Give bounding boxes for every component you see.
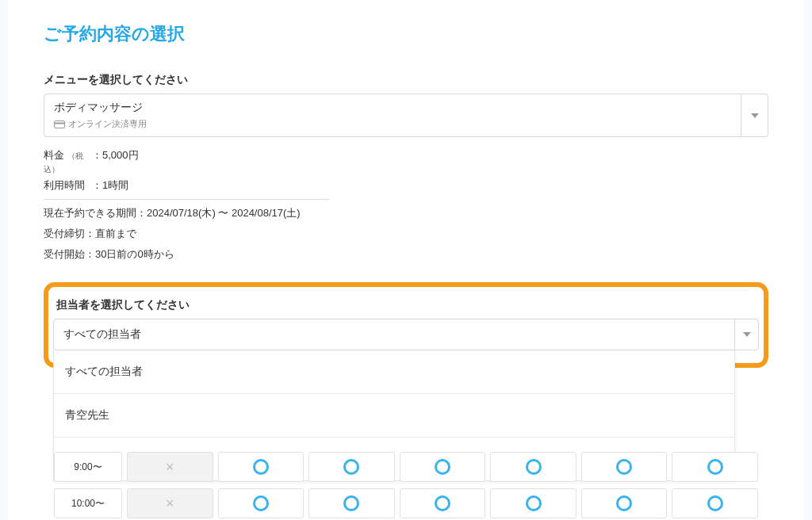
chevron-down-icon — [741, 94, 768, 136]
circle-icon — [343, 495, 359, 511]
duration-row: 利用時間 ： 1時間 — [44, 178, 768, 193]
slot-available[interactable] — [672, 488, 758, 518]
slot-unavailable: × — [127, 488, 213, 518]
slot-available[interactable] — [400, 452, 486, 482]
slot-unavailable: × — [127, 452, 213, 482]
card-icon — [54, 120, 65, 128]
slot-available[interactable] — [400, 488, 486, 518]
svg-rect-0 — [55, 120, 65, 128]
slot-available[interactable] — [581, 488, 668, 518]
time-cell: 10:00〜 — [54, 488, 122, 518]
menu-prompt: メニューを選択してください — [44, 73, 768, 87]
schedule-row: 9:00〜 × — [54, 452, 758, 482]
circle-icon — [707, 459, 723, 475]
slot-available[interactable] — [581, 452, 668, 482]
circle-icon — [526, 495, 542, 511]
menu-selected-title: ボディマッサージ — [54, 101, 736, 115]
circle-icon — [616, 459, 632, 475]
slot-available[interactable] — [308, 452, 395, 482]
meta-start: 受付開始：30日前の0時から — [44, 247, 768, 262]
circle-icon — [253, 459, 269, 475]
slot-available[interactable] — [218, 488, 304, 518]
circle-icon — [526, 459, 542, 475]
circle-icon — [435, 459, 450, 475]
menu-selected-sub-row: オンライン決済専用 — [54, 118, 736, 130]
meta-period: 現在予約できる期間：2024/07/18(木) 〜 2024/08/17(土) — [44, 206, 768, 220]
schedule-row: 10:00〜 × — [54, 488, 758, 518]
duration-value: 1時間 — [102, 178, 128, 193]
slot-available[interactable] — [490, 452, 576, 482]
chevron-down-icon — [734, 319, 758, 350]
page-title: ご予約内容の選択 — [44, 22, 768, 46]
circle-icon — [435, 495, 450, 511]
divider — [44, 199, 329, 200]
staff-select[interactable]: すべての担当者 — [53, 319, 759, 350]
slot-available[interactable] — [490, 488, 576, 518]
staff-prompt: 担当者を選択してください — [56, 298, 759, 312]
schedule-table: 9:00〜 × 10:00〜 × — [54, 452, 758, 520]
circle-icon — [253, 495, 269, 511]
menu-selected-sub: オンライン決済専用 — [68, 118, 147, 130]
price-label: 料金 — [44, 149, 64, 161]
meta-deadline: 受付締切：直前まで — [44, 227, 768, 241]
time-cell: 9:00〜 — [54, 452, 122, 482]
staff-option[interactable]: すべての担当者 — [54, 350, 734, 394]
staff-select-highlight: 担当者を選択してください すべての担当者 すべての担当者 青空先生 三角先生 — [44, 282, 768, 368]
slot-available[interactable] — [672, 452, 758, 482]
staff-option[interactable]: 青空先生 — [54, 394, 734, 438]
price-value: 5,000円 — [102, 148, 139, 175]
circle-icon — [343, 459, 359, 475]
svg-rect-1 — [55, 122, 65, 124]
circle-icon — [616, 495, 632, 511]
slot-available[interactable] — [308, 488, 395, 518]
menu-select[interactable]: ボディマッサージ オンライン決済専用 — [44, 94, 768, 137]
price-row: 料金（税込） ： 5,000円 — [44, 148, 768, 175]
circle-icon — [707, 495, 723, 511]
slot-available[interactable] — [218, 452, 304, 482]
duration-label: 利用時間 — [44, 178, 91, 193]
staff-selected: すべての担当者 — [63, 327, 141, 340]
